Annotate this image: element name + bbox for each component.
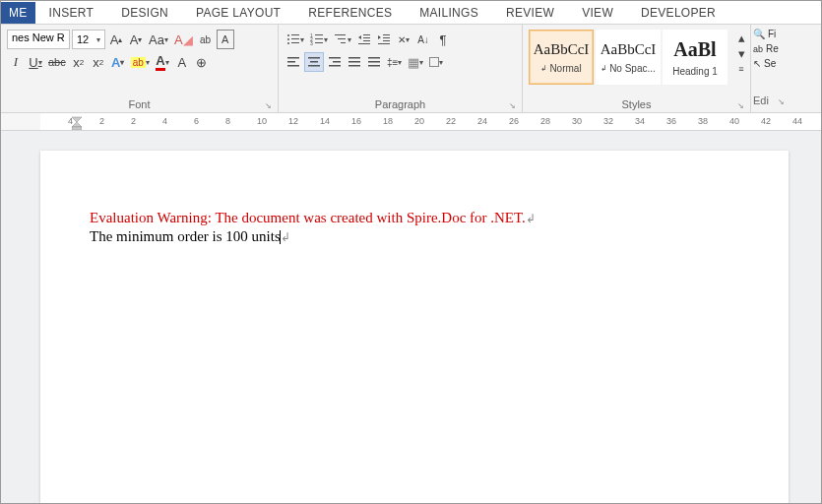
style-heading1[interactable]: AaBl Heading 1 <box>663 30 727 85</box>
font-size-combo[interactable]: 12▾ <box>72 30 105 49</box>
svg-rect-33 <box>348 61 360 63</box>
styles-group: AaBbCcI ↲Normal AaBbCcI ↲No Spac... AaBl… <box>523 25 751 112</box>
style-preview-text: AaBbCcI <box>534 41 590 58</box>
align-center-icon[interactable] <box>304 52 324 72</box>
ribbon-tabs: ME INSERT DESIGN PAGE LAYOUT REFERENCES … <box>1 1 821 25</box>
bullets-icon[interactable]: ▾ <box>285 30 306 49</box>
tab-page-layout[interactable]: PAGE LAYOUT <box>182 2 294 24</box>
paragraph-group: ▾ 123▾ ▾ ✕▾ A↓ ¶ <box>279 25 523 112</box>
styles-scroll-down-icon[interactable]: ▾ <box>732 45 750 61</box>
svg-rect-27 <box>310 61 318 63</box>
multilevel-list-icon[interactable]: ▾ <box>332 30 353 49</box>
ruler-tick: 2 <box>99 116 104 126</box>
styles-scroll-up-icon[interactable]: ▴ <box>732 30 750 45</box>
align-right-icon[interactable] <box>326 52 344 72</box>
text-effects-icon[interactable]: A▾ <box>109 52 127 72</box>
ruler-tick: 6 <box>194 116 199 126</box>
style-name-label: Heading 1 <box>672 66 718 77</box>
tab-design[interactable]: DESIGN <box>107 2 182 24</box>
svg-point-2 <box>287 38 289 40</box>
superscript-icon[interactable]: x2 <box>90 52 107 72</box>
highlight-icon[interactable]: ab▾ <box>129 52 152 72</box>
style-normal[interactable]: AaBbCcI ↲Normal <box>529 30 594 85</box>
tab-insert[interactable]: INSERT <box>35 2 108 24</box>
style-no-spacing[interactable]: AaBbCcI ↲No Spac... <box>596 30 661 85</box>
ruler-tick: 38 <box>698 116 708 126</box>
ruler-tick: 10 <box>257 116 267 126</box>
svg-rect-11 <box>315 42 323 43</box>
tab-view[interactable]: VIEW <box>568 2 627 24</box>
strikethrough-icon[interactable]: abc <box>46 52 68 72</box>
svg-rect-37 <box>368 65 380 67</box>
shading-icon[interactable]: ▦▾ <box>406 52 425 72</box>
increase-indent-icon[interactable] <box>375 30 393 49</box>
clear-formatting-icon[interactable]: A◢ <box>172 30 195 49</box>
document-page[interactable]: Evaluation Warning: The document was cre… <box>40 151 789 504</box>
italic-icon[interactable]: I <box>7 52 25 72</box>
character-shading-icon[interactable]: A <box>173 52 191 72</box>
svg-rect-20 <box>383 37 390 38</box>
decrease-indent-icon[interactable] <box>355 30 373 49</box>
ruler-tick: 16 <box>351 116 361 126</box>
document-body-text[interactable]: The minimum order is 100 units↲ <box>90 228 729 245</box>
underline-icon[interactable]: U ▾ <box>27 52 44 72</box>
svg-rect-23 <box>287 57 299 59</box>
tab-home[interactable]: ME <box>1 2 35 24</box>
subscript-icon[interactable]: x2 <box>70 52 88 72</box>
indent-marker-icon[interactable] <box>72 114 82 131</box>
svg-rect-19 <box>383 34 390 35</box>
font-name-combo[interactable]: nes New R <box>7 30 70 49</box>
replace-icon: ab <box>753 44 763 54</box>
enclose-chars-icon[interactable]: ⊕ <box>193 52 211 72</box>
replace-button[interactable]: abRe <box>753 43 785 54</box>
svg-point-0 <box>287 34 289 36</box>
font-color-icon[interactable]: A▾ <box>154 52 171 72</box>
svg-rect-35 <box>368 57 380 59</box>
increase-font-icon[interactable]: A▴ <box>107 30 125 49</box>
svg-rect-26 <box>308 57 320 59</box>
tab-mailings[interactable]: MAILINGS <box>406 2 492 24</box>
show-paragraph-marks-icon[interactable]: ¶ <box>434 30 452 49</box>
tab-references[interactable]: REFERENCES <box>294 2 406 24</box>
style-preview-text: AaBbCcI <box>601 41 657 58</box>
ruler-tick: 12 <box>288 116 298 126</box>
svg-rect-16 <box>363 37 370 38</box>
svg-rect-3 <box>291 38 299 39</box>
horizontal-ruler[interactable]: 4224681012141618202224262830323436384042… <box>1 113 821 131</box>
ruler-tick: 14 <box>320 116 330 126</box>
ruler-tick: 32 <box>603 116 613 126</box>
document-area[interactable]: Evaluation Warning: The document was cre… <box>1 131 821 504</box>
change-case-icon[interactable]: Aa▾ <box>147 30 170 49</box>
svg-rect-32 <box>348 57 360 59</box>
ruler-tick: 42 <box>761 116 771 126</box>
decrease-font-icon[interactable]: A▾ <box>127 30 145 49</box>
tab-review[interactable]: REVIEW <box>492 2 568 24</box>
distributed-icon[interactable] <box>365 52 383 72</box>
evaluation-warning-text: Evaluation Warning: The document was cre… <box>90 210 729 226</box>
justify-icon[interactable] <box>346 52 363 72</box>
character-border-icon[interactable]: A <box>217 30 234 49</box>
editing-group: 🔍Fi abRe ↖Se Edi <box>751 25 787 112</box>
ruler-tick: 8 <box>225 116 230 126</box>
ruler-tick: 44 <box>792 116 802 126</box>
sort-icon[interactable]: A↓ <box>414 30 432 49</box>
styles-expand-icon[interactable]: ≡ <box>732 61 750 77</box>
line-spacing-icon[interactable]: ‡≡▾ <box>385 52 404 72</box>
ruler-tick: 18 <box>383 116 393 126</box>
svg-rect-31 <box>329 65 341 67</box>
svg-rect-22 <box>378 43 390 44</box>
svg-rect-7 <box>315 34 323 35</box>
editing-group-label: Edi <box>753 93 785 108</box>
numbering-icon[interactable]: 123▾ <box>308 30 330 49</box>
find-button[interactable]: 🔍Fi <box>753 29 785 39</box>
borders-icon[interactable]: ▾ <box>427 52 445 72</box>
svg-rect-36 <box>368 61 380 63</box>
select-button[interactable]: ↖Se <box>753 58 785 69</box>
phonetic-guide-icon[interactable]: ab <box>197 30 215 49</box>
ruler-tick: 20 <box>414 116 424 126</box>
svg-rect-13 <box>338 38 346 39</box>
align-left-icon[interactable] <box>285 52 302 72</box>
svg-rect-15 <box>363 34 370 35</box>
tab-developer[interactable]: DEVELOPER <box>627 2 729 24</box>
asian-layout-icon[interactable]: ✕▾ <box>395 30 412 49</box>
